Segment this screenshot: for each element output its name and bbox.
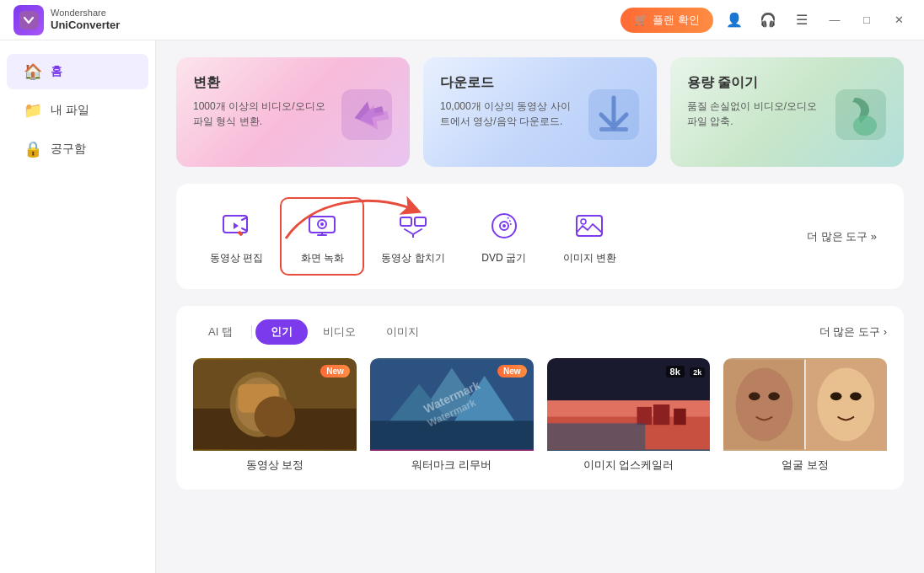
svg-point-47 <box>769 392 781 400</box>
folder-icon: 📁 <box>24 101 42 120</box>
svg-rect-21 <box>577 216 602 236</box>
screen-record-icon <box>304 207 341 244</box>
ai-card-face-enhance[interactable]: 얼굴 보정 <box>723 358 887 476</box>
feature-card-compress[interactable]: 용량 줄이기 품질 손실없이 비디오/오디오 파일 압축. <box>670 57 904 167</box>
upscale-thumbnail: 8k 2k <box>547 358 711 451</box>
more-tools-label: 더 많은 도구 » <box>807 229 877 244</box>
svg-rect-37 <box>653 404 669 425</box>
titlebar-actions: 🛒 플랜 확인 👤 🎧 ☰ — □ ✕ <box>620 8 911 33</box>
convert-card-desc: 1000개 이상의 비디오/오디오 파일 형식 변환. <box>193 99 328 129</box>
maximize-button[interactable]: □ <box>855 8 878 32</box>
ai-card-watermark-remove[interactable]: Watermark Watermark New 워터마크 리무버 <box>370 358 534 476</box>
feature-card-download[interactable]: 다운로드 10,000개 이상의 동영상 사이트에서 영상/음악 다운로드. <box>423 57 657 167</box>
tool-video-merge[interactable]: 동영상 합치기 <box>364 199 461 274</box>
plan-confirm-button[interactable]: 🛒 플랜 확인 <box>620 8 713 33</box>
tab-image[interactable]: 이미지 <box>371 319 434 345</box>
titlebar-left: Wondershare UniConverter <box>13 5 620 35</box>
brand-name: Wondershare <box>51 8 120 19</box>
lock-icon: 🔒 <box>24 140 42 158</box>
more-tools-button[interactable]: 더 많은 도구 » <box>797 222 887 251</box>
download-card-icon <box>584 85 643 153</box>
svg-rect-15 <box>400 217 411 226</box>
video-merge-icon <box>395 207 432 244</box>
sidebar-item-tools-label: 공구함 <box>51 142 86 157</box>
convert-card-icon <box>337 85 396 153</box>
svg-point-20 <box>502 224 506 228</box>
svg-point-48 <box>830 392 842 400</box>
face-enhance-thumbnail <box>723 358 887 451</box>
headset-icon: 🎧 <box>760 12 776 28</box>
tool-image-convert-label: 이미지 변환 <box>563 251 616 265</box>
minimize-button[interactable]: — <box>823 8 846 32</box>
sidebar-item-my-files[interactable]: 📁 내 파일 <box>7 93 148 128</box>
cart-icon: 🛒 <box>634 13 647 26</box>
titlebar: Wondershare UniConverter 🛒 플랜 확인 👤 🎧 ☰ —… <box>0 0 924 40</box>
tools-section-wrapper: 동영상 편집 화면 녹화 <box>176 184 904 289</box>
upscale-label: 이미지 업스케일러 <box>547 451 711 476</box>
headset-icon-button[interactable]: 🎧 <box>755 8 781 33</box>
sidebar-item-my-files-label: 내 파일 <box>51 103 89 118</box>
svg-point-14 <box>320 222 324 226</box>
compress-card-icon <box>831 85 890 153</box>
video-enhance-label: 동영상 보정 <box>193 451 357 476</box>
tool-image-convert[interactable]: 이미지 변환 <box>546 199 633 274</box>
dvd-icon <box>486 207 523 244</box>
close-button[interactable]: ✕ <box>887 8 911 32</box>
image-convert-icon <box>571 207 608 244</box>
tool-video-merge-label: 동영상 합치기 <box>381 251 444 265</box>
ai-more-tools[interactable]: 더 많은 도구 › <box>819 324 887 340</box>
svg-point-49 <box>850 392 862 400</box>
user-icon-button[interactable]: 👤 <box>722 8 747 33</box>
feature-card-convert[interactable]: 변환 1000개 이상의 비디오/오디오 파일 형식 변환. <box>176 57 410 167</box>
video-enhance-thumbnail: New <box>193 358 357 451</box>
svg-rect-3 <box>599 127 628 131</box>
tool-screen-record[interactable]: 화면 녹화 <box>280 197 364 276</box>
ai-cards-grid: New 동영상 보정 W <box>193 358 887 476</box>
tab-video[interactable]: 비디오 <box>308 319 371 345</box>
tools-row: 동영상 편집 화면 녹화 <box>176 184 904 289</box>
tab-ai-lab[interactable]: AI 탭 <box>193 319 248 345</box>
home-icon: 🏠 <box>24 62 42 81</box>
watermark-thumbnail: Watermark Watermark New <box>370 358 534 451</box>
sidebar-item-tools[interactable]: 🔒 공구함 <box>7 131 148 167</box>
tool-screen-record-label: 화면 녹화 <box>301 251 344 265</box>
face-enhance-label: 얼굴 보정 <box>723 451 887 476</box>
user-icon: 👤 <box>726 12 743 28</box>
svg-point-46 <box>749 392 760 400</box>
sidebar-item-home-label: 홈 <box>51 64 62 79</box>
video-edit-icon <box>218 207 255 244</box>
video-enhance-new-badge: New <box>320 365 350 378</box>
tab-popular[interactable]: 인기 <box>255 319 308 345</box>
app-logo-icon <box>13 5 44 35</box>
sidebar: 🏠 홈 📁 내 파일 🔒 공구함 <box>0 40 156 573</box>
svg-point-5 <box>853 115 877 136</box>
watermark-label: 워터마크 리무버 <box>370 451 534 476</box>
sidebar-item-home[interactable]: 🏠 홈 <box>7 54 148 89</box>
app-name: Wondershare UniConverter <box>51 8 120 32</box>
svg-rect-0 <box>19 11 38 29</box>
tool-dvd-burn-label: DVD 굽기 <box>481 251 526 265</box>
ai-card-image-upscale[interactable]: 8k 2k 이미지 업스케일러 <box>547 358 711 476</box>
svg-point-44 <box>818 367 875 441</box>
tool-dvd-burn[interactable]: DVD 굽기 <box>462 199 546 274</box>
content-area: 변환 1000개 이상의 비디오/오디오 파일 형식 변환. 다운로드 10,0… <box>156 40 924 573</box>
svg-rect-38 <box>674 409 686 425</box>
ai-section: AI 탭 인기 비디오 이미지 더 많은 도구 › <box>176 306 904 490</box>
tool-video-edit[interactable]: 동영상 편집 <box>193 199 280 274</box>
resolution-badges: 8k 2k <box>666 363 706 378</box>
tool-video-edit-label: 동영상 편집 <box>210 251 263 265</box>
compress-card-desc: 품질 손실없이 비디오/오디오 파일 압축. <box>687 99 822 129</box>
download-card-desc: 10,000개 이상의 동영상 사이트에서 영상/음악 다운로드. <box>440 99 575 129</box>
menu-icon-button[interactable]: ☰ <box>789 8 814 33</box>
ai-card-video-enhance[interactable]: New 동영상 보정 <box>193 358 357 476</box>
svg-rect-40 <box>547 423 645 449</box>
tabs-row: AI 탭 인기 비디오 이미지 더 많은 도구 › <box>193 319 887 345</box>
tab-divider <box>251 325 252 339</box>
svg-rect-9 <box>237 230 243 236</box>
svg-point-28 <box>255 396 295 436</box>
svg-point-43 <box>736 367 793 441</box>
logo-area: Wondershare UniConverter <box>13 5 120 35</box>
top-feature-cards: 변환 1000개 이상의 비디오/오디오 파일 형식 변환. 다운로드 10,0… <box>176 57 904 167</box>
svg-rect-39 <box>637 407 651 425</box>
product-name: UniConverter <box>51 19 120 32</box>
